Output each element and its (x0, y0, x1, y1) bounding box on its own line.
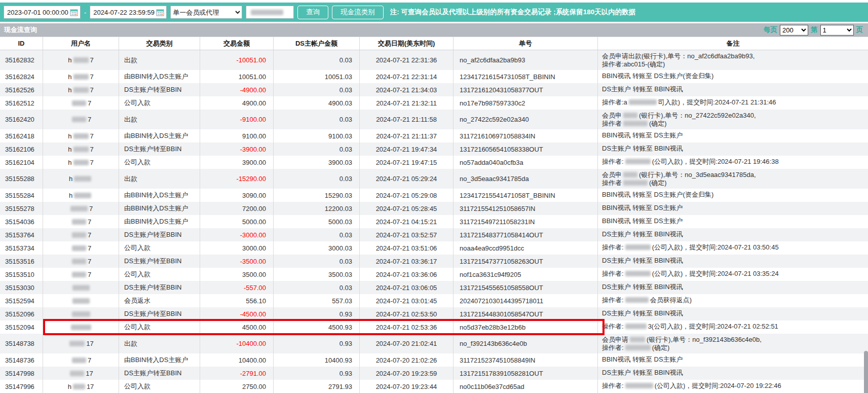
remark-line: 操作者:a司入款)，提交时间:2024-07-21 21:31:46 (602, 98, 868, 106)
member-account-input[interactable] (246, 6, 294, 19)
remark-line: DS主账户 转账至 BBIN视讯 (602, 145, 868, 153)
cell-order-number: 123417216154731058T_BBININ (454, 70, 598, 83)
redacted-text (74, 193, 91, 198)
cell-remark: DS主账户 转账至 BBIN视讯 (598, 83, 868, 96)
cell-ds-balance: 0.93 (274, 367, 360, 380)
cell-username: 17 (43, 367, 119, 380)
cell-ds-balance: 3900.03 (274, 156, 360, 169)
text-segment: h (68, 132, 71, 140)
cell-username: 17 (43, 334, 119, 353)
redacted-text (251, 10, 283, 15)
page-number-label: 第 (811, 25, 818, 34)
cell-amount: 2750.00 (200, 380, 274, 393)
cell-transaction-type: 出款 (119, 334, 200, 353)
cell-ds-balance: 0.03 (274, 255, 360, 268)
cell-order-number: no_f392143b636c4e0b (454, 334, 598, 353)
cell-id: 35153734 (0, 241, 43, 255)
text-segment: 7 (88, 356, 91, 364)
text-segment: BBIN视讯 转账至 DS主账户 (602, 217, 683, 225)
text-segment: 17 (87, 383, 94, 390)
cell-amount: -4500.00 (200, 307, 274, 320)
calendar-icon[interactable] (156, 9, 164, 16)
cell-date: 2024-07-20 19:23:44 (360, 380, 454, 393)
redacted-text (71, 325, 91, 330)
cell-ds-balance: 0.03 (274, 169, 360, 189)
text-segment: 操作者 (602, 179, 622, 187)
cell-ds-balance: 2791.93 (274, 380, 360, 393)
cell-amount: -3500.00 (200, 255, 274, 268)
table-row: 351535107公司入款3500.003500.032024-07-21 03… (0, 268, 868, 281)
table-row: 35152096DS主账户转至BBIN-4500.000.932024-07-2… (0, 307, 868, 320)
cell-transaction-type: 出款 (119, 50, 200, 70)
text-segment: 7 (90, 132, 94, 140)
date-from-value: 2023-07-01 00:00:00 (7, 9, 68, 16)
text-segment: h (68, 56, 71, 64)
text-segment: 操作者:a (602, 98, 627, 106)
text-segment: 17 (86, 370, 93, 377)
column-header: 交易金额 (200, 37, 274, 50)
scrollbar-thumb[interactable] (864, 351, 868, 393)
text-segment: (确定) (649, 179, 667, 187)
cell-order-number: 3117215237451058849IN (454, 353, 598, 367)
text-segment: DS主账户 转账至 BBIN视讯 (602, 369, 683, 376)
cell-username (43, 281, 119, 294)
cell-ds-balance: 5000.03 (274, 215, 360, 228)
cell-remark: 操作者:(公司入款)，提交时间:2024-07-20 19:22:46 (598, 380, 868, 393)
table-row: 351487367由BBIN转入DS主账户10400.0010400.93202… (0, 353, 868, 367)
cell-remark: 操作者:(公司入款)，提交时间:2024-07-21 19:46:38 (598, 156, 868, 169)
calendar-icon[interactable] (70, 9, 78, 16)
redacted-text (72, 358, 86, 363)
cell-transaction-type: 由BBIN转入DS主账户 (119, 215, 200, 228)
table-row: 35155288h出款-15290.000.032024-07-21 05:29… (0, 169, 868, 189)
cell-amount: -2791.00 (200, 367, 274, 380)
redacted-text (73, 147, 89, 152)
cell-date: 2024-07-20 19:23:59 (360, 367, 454, 380)
page-select[interactable]: 1 (820, 25, 854, 35)
cell-id: 35162824 (0, 70, 43, 83)
cell-date: 2024-07-21 19:47:15 (360, 156, 454, 169)
text-segment: 司入款)，提交时间:2024-07-21 21:31:46 (658, 98, 776, 106)
cell-ds-balance: 3000.03 (274, 241, 360, 255)
table-row: 351537347公司入款3000.003000.032024-07-21 03… (0, 241, 868, 255)
cashflow-type-button[interactable]: 现金流类别 (332, 6, 384, 19)
cell-order-number: no57adda040a0cfb3a (454, 156, 598, 169)
cashflow-table: ID用户名交易类别交易金额DS主帐户金额交易日期(美东时间)单号备注 35162… (0, 37, 868, 393)
date-to-input[interactable]: 2024-07-22 23:59:59 (90, 6, 167, 19)
cell-date: 2024-07-21 03:51:06 (360, 241, 454, 255)
text-segment: (公司入款)，提交时间:2024-07-21 03:50:45 (652, 243, 779, 251)
cashflow-query-page: 2023-07-01 00:00:00 - 2024-07-22 23:59:5… (0, 0, 868, 393)
cell-username: 7 (43, 255, 119, 268)
remark-line: 操作者:(公司入款)，提交时间:2024-07-20 19:22:46 (602, 382, 868, 390)
cell-order-number: no_3d5eaac9341785da (454, 169, 598, 189)
cell-remark: BBIN视讯 转账至 DS主账户(资金归集) (598, 70, 868, 83)
cell-remark: 会员申请出款(银行卡),单号：no_af2c6dfaa2ba9b93,操作者:a… (598, 50, 868, 70)
table-row: 35152594会员返水556.10557.032024-07-21 03:01… (0, 294, 868, 307)
per-page-select[interactable]: 200 (780, 25, 808, 35)
column-header: 备注 (598, 37, 868, 50)
cell-remark: 操作者:a司入款)，提交时间:2024-07-21 21:31:46 (598, 96, 868, 110)
cell-order-number: no17e7b987597330c2 (454, 96, 598, 110)
date-from-input[interactable]: 2023-07-01 00:00:00 (4, 6, 81, 19)
text-segment: 操作者: (602, 296, 624, 304)
cell-order-number: 1317215448301058547OUT (454, 307, 598, 320)
cell-username: h17 (43, 380, 119, 393)
cell-amount: -9100.00 (200, 110, 274, 129)
query-button[interactable]: 查询 (297, 6, 328, 19)
text-segment: h (68, 159, 71, 166)
cell-date: 2024-07-20 21:02:41 (360, 334, 454, 353)
text-segment: DS主账户 转账至 BBIN视讯 (602, 145, 683, 152)
cell-username: h7 (43, 70, 119, 83)
toolbar-note: 注: 可查询会员以及代理以上级别的所有资金交易记录 ;系统保留180天以内的数据 (390, 8, 636, 17)
page-suffix-label: 页 (856, 25, 863, 34)
text-segment: 7 (88, 271, 91, 278)
cell-date: 2024-07-21 22:31:14 (360, 70, 454, 83)
cell-ds-balance: 9100.03 (274, 129, 360, 142)
redacted-text (70, 206, 88, 211)
cell-remark: 操作者:3(公司入款)，提交时间:2024-07-21 02:52:51 (598, 320, 868, 334)
redacted-text (625, 345, 651, 350)
cell-remark: 操作者:(公司入款)，提交时间:2024-07-21 03:35:24 (598, 268, 868, 281)
redacted-text (73, 160, 89, 165)
member-type-select[interactable]: 单一会员或代理 (170, 6, 242, 19)
cell-transaction-type: 会员返水 (119, 294, 200, 307)
remark-line: 操作者:(确定) (602, 344, 868, 352)
